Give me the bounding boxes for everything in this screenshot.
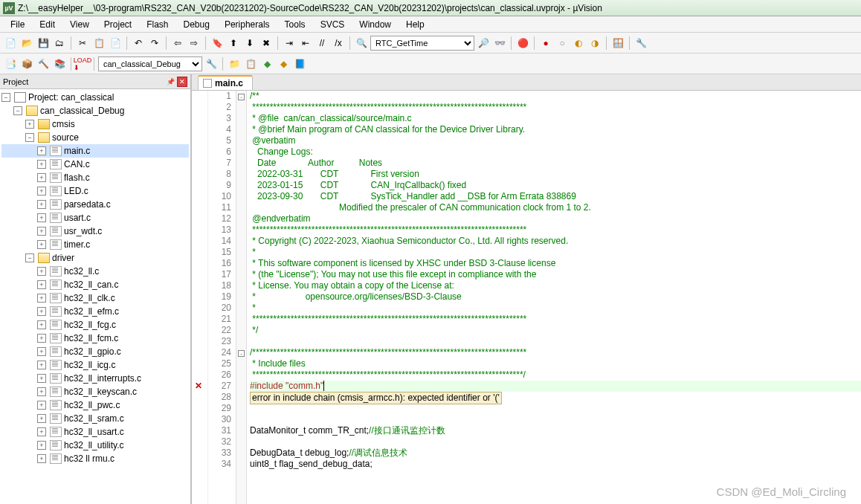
file-icon: [203, 79, 212, 88]
save-button[interactable]: 💾: [36, 36, 51, 51]
tree-file-hc32_ll-c[interactable]: +hc32_ll.c: [1, 265, 189, 278]
project-panel-title: Project: [3, 77, 28, 86]
tree-file-hc32_ll_interrupts-c[interactable]: +hc32_ll_interrupts.c: [1, 372, 189, 385]
comment-button[interactable]: //: [315, 36, 329, 51]
menu-project[interactable]: Project: [97, 18, 139, 31]
project-tree[interactable]: −Project: can_classical−can_classical_De…: [0, 89, 190, 504]
nav-fwd-button[interactable]: ⇨: [187, 36, 201, 51]
tree-file-parsedata-c[interactable]: +parsedata.c: [1, 198, 189, 211]
paste-button[interactable]: 📄: [108, 36, 123, 51]
menu-peripherals[interactable]: Peripherals: [217, 18, 277, 31]
target-combo[interactable]: can_classical_Debug: [98, 56, 202, 71]
menu-debug[interactable]: Debug: [176, 18, 217, 31]
open-file-button[interactable]: 📂: [19, 36, 34, 51]
breakpoint-enable-button[interactable]: ◑: [587, 36, 602, 51]
window-title: Z:\__easyHelper__\03-program\RS232_CAN_V…: [18, 3, 602, 13]
save-all-button[interactable]: 🗂: [52, 36, 67, 51]
undo-button[interactable]: ↶: [131, 36, 146, 51]
tree-file-hc32_ll_sram-c[interactable]: +hc32_ll_sram.c: [1, 412, 189, 425]
manage-project-button[interactable]: 📁: [227, 56, 242, 71]
menu-help[interactable]: Help: [399, 18, 432, 31]
tree-project-root[interactable]: −Project: can_classical: [1, 91, 189, 104]
download-button[interactable]: LOAD⬇: [75, 56, 90, 71]
tree-target[interactable]: −can_classical_Debug: [1, 104, 189, 117]
new-file-button[interactable]: 📄: [3, 36, 18, 51]
tree-file-CAN-c[interactable]: +CAN.c: [1, 158, 189, 171]
debug-button[interactable]: 🔴: [515, 36, 530, 51]
translate-button[interactable]: 📑: [3, 56, 18, 71]
app-icon: µV: [3, 2, 15, 14]
manage-rte-button[interactable]: 📋: [243, 56, 258, 71]
tree-file-hc32 ll rmu-c[interactable]: +hc32 ll rmu.c: [1, 452, 189, 465]
panel-pin-icon[interactable]: 📌: [165, 77, 175, 87]
find-in-files-button[interactable]: 🔎: [476, 36, 491, 51]
tree-file-hc32_ll_clk-c[interactable]: +hc32_ll_clk.c: [1, 291, 189, 305]
select-packs-button[interactable]: ◆: [259, 56, 274, 71]
find-button[interactable]: 🔍: [354, 36, 369, 51]
indent-button[interactable]: ⇥: [282, 36, 297, 51]
tab-label: main.c: [215, 78, 243, 88]
breakpoint-disable-button[interactable]: ○: [555, 36, 570, 51]
tree-file-flash-c[interactable]: +flash.c: [1, 171, 189, 184]
tab-main-c[interactable]: main.c: [198, 75, 253, 90]
menu-svcs[interactable]: SVCS: [313, 18, 352, 31]
tree-file-usart-c[interactable]: +usart.c: [1, 211, 189, 224]
books-button[interactable]: 📘: [292, 56, 307, 71]
tree-group-source[interactable]: −source: [1, 131, 189, 144]
tree-file-hc32_ll_fcg-c[interactable]: +hc32_ll_fcg.c: [1, 318, 189, 332]
uncomment-button[interactable]: /x: [331, 36, 346, 51]
cut-button[interactable]: ✂: [75, 36, 90, 51]
incremental-find-button[interactable]: 👓: [492, 36, 507, 51]
find-combo[interactable]: RTC_GetTime: [370, 36, 474, 51]
menu-tools[interactable]: Tools: [277, 18, 313, 31]
menubar: FileEditViewProjectFlashDebugPeripherals…: [0, 16, 861, 33]
menu-window[interactable]: Window: [352, 18, 399, 31]
menu-flash[interactable]: Flash: [139, 18, 175, 31]
tree-file-timer-c[interactable]: +timer.c: [1, 238, 189, 251]
breakpoint-kill-button[interactable]: ◐: [571, 36, 586, 51]
tree-file-hc32_ll_usart-c[interactable]: +hc32_ll_usart.c: [1, 425, 189, 439]
bookmark-button[interactable]: 🔖: [210, 36, 225, 51]
tree-file-hc32_ll_icg-c[interactable]: +hc32_ll_icg.c: [1, 358, 189, 372]
build-button[interactable]: 📦: [19, 56, 34, 71]
tree-group-cmsis[interactable]: +cmsis: [1, 117, 189, 131]
tree-file-hc32_ll_pwc-c[interactable]: +hc32_ll_pwc.c: [1, 398, 189, 412]
copy-button[interactable]: 📋: [91, 36, 106, 51]
tree-file-main-c[interactable]: +main.c: [1, 144, 189, 158]
menu-view[interactable]: View: [62, 18, 97, 31]
tree-file-LED-c[interactable]: +LED.c: [1, 184, 189, 198]
bookmark-prev-button[interactable]: ⬆: [226, 36, 241, 51]
tree-file-hc32_ll_keyscan-c[interactable]: +hc32_ll_keyscan.c: [1, 385, 189, 398]
tree-group-driver[interactable]: −driver: [1, 251, 189, 265]
panel-close-icon[interactable]: ✕: [177, 77, 187, 87]
batch-build-button[interactable]: 📚: [52, 56, 67, 71]
tree-file-hc32_ll_can-c[interactable]: +hc32_ll_can.c: [1, 278, 189, 291]
tree-file-hc32_ll_efm-c[interactable]: +hc32_ll_efm.c: [1, 305, 189, 318]
tree-file-hc32_ll_utility-c[interactable]: +hc32_ll_utility.c: [1, 439, 189, 452]
nav-back-button[interactable]: ⇦: [170, 36, 185, 51]
rebuild-button[interactable]: 🔨: [36, 56, 51, 71]
editor-tab-bar: main.c: [192, 74, 861, 91]
tree-file-hc32_ll_gpio-c[interactable]: +hc32_ll_gpio.c: [1, 345, 189, 358]
menu-edit[interactable]: Edit: [32, 18, 62, 31]
target-options-button[interactable]: 🔧: [204, 56, 219, 71]
bookmark-next-button[interactable]: ⬇: [242, 36, 257, 51]
bookmark-clear-button[interactable]: ✖: [259, 36, 274, 51]
toolbar-main: 📄 📂 💾 🗂 ✂ 📋 📄 ↶ ↷ ⇦ ⇨ 🔖 ⬆ ⬇ ✖ ⇥ ⇤ // /x …: [0, 33, 861, 54]
redo-button[interactable]: ↷: [147, 36, 162, 51]
titlebar: µV Z:\__easyHelper__\03-program\RS232_CA…: [0, 0, 861, 16]
editor-area: main.c ✕ 1234567891011121314151617181920…: [192, 74, 861, 504]
menu-file[interactable]: File: [3, 18, 32, 31]
configure-button[interactable]: 🔧: [633, 36, 648, 51]
tree-file-usr_wdt-c[interactable]: +usr_wdt.c: [1, 224, 189, 238]
project-panel-header: Project 📌 ✕: [0, 74, 190, 89]
outdent-button[interactable]: ⇤: [298, 36, 313, 51]
breakpoint-button[interactable]: ●: [538, 36, 553, 51]
pack-installer-button[interactable]: ◆: [276, 56, 291, 71]
project-panel: Project 📌 ✕ −Project: can_classical−can_…: [0, 74, 192, 504]
tree-file-hc32_ll_fcm-c[interactable]: +hc32_ll_fcm.c: [1, 332, 189, 345]
window-button[interactable]: 🪟: [610, 36, 625, 51]
code-editor[interactable]: ✕ 12345678910111213141516171819202122232…: [192, 91, 861, 504]
toolbar-build: 📑 📦 🔨 📚 LOAD⬇ can_classical_Debug 🔧 📁 📋 …: [0, 54, 861, 74]
